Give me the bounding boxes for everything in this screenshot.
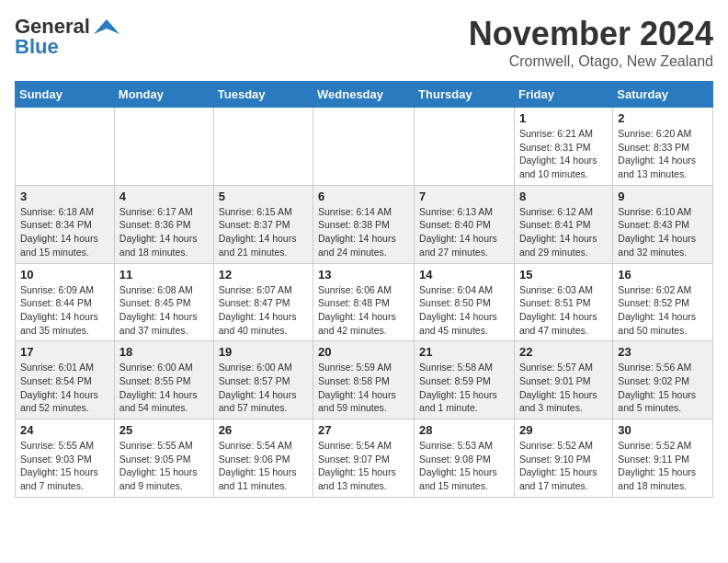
day-info: Sunrise: 6:00 AM Sunset: 8:55 PM Dayligh… [119,361,209,415]
month-title: November 2024 [469,15,713,53]
calendar-header-friday: Friday [514,82,612,108]
calendar-cell: 23Sunrise: 5:56 AM Sunset: 9:02 PM Dayli… [613,341,713,419]
calendar-cell: 30Sunrise: 5:52 AM Sunset: 9:11 PM Dayli… [613,419,713,498]
calendar-cell: 10Sunrise: 6:09 AM Sunset: 8:44 PM Dayli… [16,263,115,341]
day-info: Sunrise: 5:59 AM Sunset: 8:58 PM Dayligh… [318,361,409,415]
day-info: Sunrise: 5:54 AM Sunset: 9:06 PM Dayligh… [219,439,308,493]
calendar-cell: 7Sunrise: 6:13 AM Sunset: 8:40 PM Daylig… [415,185,515,263]
day-info: Sunrise: 6:03 AM Sunset: 8:51 PM Dayligh… [519,283,608,338]
day-info: Sunrise: 6:07 AM Sunset: 8:47 PM Dayligh… [219,283,308,338]
day-info: Sunrise: 6:17 AM Sunset: 8:36 PM Dayligh… [119,205,209,259]
day-info: Sunrise: 6:10 AM Sunset: 8:43 PM Dayligh… [618,205,708,259]
calendar-cell: 5Sunrise: 6:15 AM Sunset: 8:37 PM Daylig… [213,185,313,263]
calendar-cell [415,108,515,186]
day-number: 19 [219,345,308,359]
calendar-header-monday: Monday [114,82,213,108]
calendar-week-row: 24Sunrise: 5:55 AM Sunset: 9:03 PM Dayli… [16,419,713,498]
calendar-cell: 2Sunrise: 6:20 AM Sunset: 8:33 PM Daylig… [613,108,713,186]
calendar-cell [114,108,213,186]
calendar-cell: 26Sunrise: 5:54 AM Sunset: 9:06 PM Dayli… [213,419,313,498]
calendar-cell: 19Sunrise: 6:00 AM Sunset: 8:57 PM Dayli… [213,341,313,419]
logo-text-blue: Blue [15,35,59,59]
day-info: Sunrise: 5:55 AM Sunset: 9:05 PM Dayligh… [119,439,209,493]
day-info: Sunrise: 5:57 AM Sunset: 9:01 PM Dayligh… [519,361,608,415]
calendar-cell: 22Sunrise: 5:57 AM Sunset: 9:01 PM Dayli… [514,341,612,419]
calendar-cell: 9Sunrise: 6:10 AM Sunset: 8:43 PM Daylig… [613,185,713,263]
calendar-week-row: 1Sunrise: 6:21 AM Sunset: 8:31 PM Daylig… [16,108,713,186]
day-info: Sunrise: 6:02 AM Sunset: 8:52 PM Dayligh… [618,283,708,338]
day-number: 17 [20,345,109,359]
calendar-cell: 11Sunrise: 6:08 AM Sunset: 8:45 PM Dayli… [114,263,213,341]
day-info: Sunrise: 6:13 AM Sunset: 8:40 PM Dayligh… [419,205,509,259]
logo: General Blue [15,15,119,59]
day-number: 21 [419,345,509,359]
day-info: Sunrise: 5:58 AM Sunset: 8:59 PM Dayligh… [419,361,509,415]
calendar-header-tuesday: Tuesday [213,82,313,108]
calendar-cell: 6Sunrise: 6:14 AM Sunset: 8:38 PM Daylig… [313,185,415,263]
day-number: 8 [519,190,608,203]
day-info: Sunrise: 5:52 AM Sunset: 9:10 PM Dayligh… [519,439,608,493]
day-number: 5 [219,190,308,203]
day-number: 10 [20,268,109,282]
day-number: 1 [519,111,608,125]
calendar-cell: 25Sunrise: 5:55 AM Sunset: 9:05 PM Dayli… [114,419,213,498]
calendar-cell: 1Sunrise: 6:21 AM Sunset: 8:31 PM Daylig… [514,108,612,186]
page-header: General Blue November 2024 Cromwell, Ota… [15,15,713,70]
day-number: 25 [119,423,209,437]
location-subtitle: Cromwell, Otago, New Zealand [469,53,713,70]
calendar-cell: 28Sunrise: 5:53 AM Sunset: 9:08 PM Dayli… [415,419,515,498]
day-number: 15 [519,268,608,282]
day-number: 14 [419,268,509,282]
day-number: 6 [318,190,409,203]
calendar-cell: 18Sunrise: 6:00 AM Sunset: 8:55 PM Dayli… [114,341,213,419]
calendar-cell: 12Sunrise: 6:07 AM Sunset: 8:47 PM Dayli… [213,263,313,341]
calendar-cell: 15Sunrise: 6:03 AM Sunset: 8:51 PM Dayli… [514,263,612,341]
day-info: Sunrise: 6:18 AM Sunset: 8:34 PM Dayligh… [20,205,109,259]
calendar-cell: 3Sunrise: 6:18 AM Sunset: 8:34 PM Daylig… [16,185,115,263]
calendar-cell: 24Sunrise: 5:55 AM Sunset: 9:03 PM Dayli… [16,419,115,498]
day-info: Sunrise: 6:12 AM Sunset: 8:41 PM Dayligh… [519,205,608,259]
day-number: 29 [519,423,608,437]
calendar-cell [213,108,313,186]
calendar-header-thursday: Thursday [415,82,515,108]
day-info: Sunrise: 5:56 AM Sunset: 9:02 PM Dayligh… [618,361,708,415]
svg-marker-0 [94,19,119,34]
day-info: Sunrise: 5:52 AM Sunset: 9:11 PM Dayligh… [618,439,708,493]
calendar-cell: 14Sunrise: 6:04 AM Sunset: 8:50 PM Dayli… [415,263,515,341]
calendar-week-row: 3Sunrise: 6:18 AM Sunset: 8:34 PM Daylig… [16,185,713,263]
day-info: Sunrise: 6:21 AM Sunset: 8:31 PM Dayligh… [519,127,608,181]
calendar-header-wednesday: Wednesday [313,82,415,108]
day-number: 11 [119,268,209,282]
calendar-cell: 27Sunrise: 5:54 AM Sunset: 9:07 PM Dayli… [313,419,415,498]
day-number: 28 [419,423,509,437]
day-number: 12 [219,268,308,282]
day-number: 3 [20,190,109,203]
day-number: 9 [618,190,708,203]
day-number: 30 [618,423,708,437]
calendar-header-row: SundayMondayTuesdayWednesdayThursdayFrid… [16,82,713,108]
day-number: 22 [519,345,608,359]
day-number: 24 [20,423,109,437]
day-number: 26 [219,423,308,437]
calendar-week-row: 10Sunrise: 6:09 AM Sunset: 8:44 PM Dayli… [16,263,713,341]
day-info: Sunrise: 5:55 AM Sunset: 9:03 PM Dayligh… [20,439,109,493]
day-number: 7 [419,190,509,203]
calendar-cell: 21Sunrise: 5:58 AM Sunset: 8:59 PM Dayli… [415,341,515,419]
day-info: Sunrise: 6:06 AM Sunset: 8:48 PM Dayligh… [318,283,409,338]
calendar-header-saturday: Saturday [613,82,713,108]
day-info: Sunrise: 5:54 AM Sunset: 9:07 PM Dayligh… [318,439,409,493]
calendar-cell: 4Sunrise: 6:17 AM Sunset: 8:36 PM Daylig… [114,185,213,263]
day-number: 20 [318,345,409,359]
day-number: 16 [618,268,708,282]
calendar-cell [313,108,415,186]
day-number: 18 [119,345,209,359]
day-info: Sunrise: 6:14 AM Sunset: 8:38 PM Dayligh… [318,205,409,259]
calendar-cell: 16Sunrise: 6:02 AM Sunset: 8:52 PM Dayli… [613,263,713,341]
calendar-table: SundayMondayTuesdayWednesdayThursdayFrid… [15,81,713,498]
day-info: Sunrise: 6:00 AM Sunset: 8:57 PM Dayligh… [219,361,308,415]
calendar-cell: 13Sunrise: 6:06 AM Sunset: 8:48 PM Dayli… [313,263,415,341]
day-number: 23 [618,345,708,359]
title-area: November 2024 Cromwell, Otago, New Zeala… [469,15,713,70]
calendar-cell [16,108,115,186]
day-info: Sunrise: 6:15 AM Sunset: 8:37 PM Dayligh… [219,205,308,259]
